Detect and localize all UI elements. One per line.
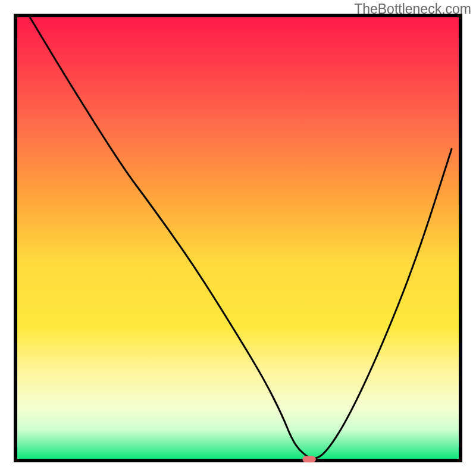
optimal-point-marker <box>302 456 315 462</box>
bottleneck-chart <box>0 0 476 476</box>
plot-background <box>15 15 461 461</box>
watermark-text: TheBottleneck.com <box>354 1 471 17</box>
chart-container: TheBottleneck.com <box>0 0 476 476</box>
